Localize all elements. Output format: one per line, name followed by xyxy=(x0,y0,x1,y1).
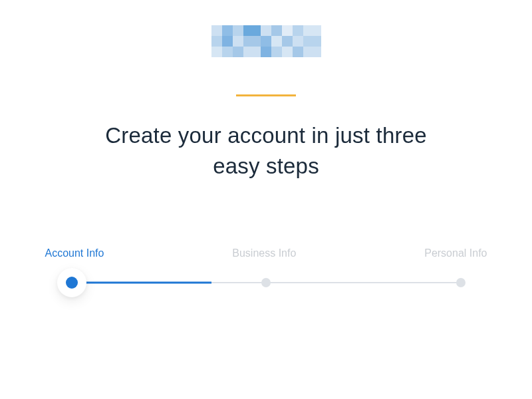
step-dot-personal-info[interactable] xyxy=(456,278,466,287)
step-label-account-info[interactable]: Account Info xyxy=(45,247,104,259)
step-label-personal-info[interactable]: Personal Info xyxy=(424,247,487,259)
step-dot-account-info[interactable] xyxy=(57,268,86,297)
track-fill xyxy=(72,282,212,284)
stepper-track xyxy=(72,282,461,283)
step-dot-business-info[interactable] xyxy=(261,278,271,287)
divider-accent xyxy=(236,94,296,96)
step-label-business-info[interactable]: Business Info xyxy=(232,247,296,259)
logo xyxy=(211,25,321,57)
progress-stepper: Account Info Business Info Personal Info xyxy=(45,247,487,283)
page-title: Create your account in just three easy s… xyxy=(100,120,432,181)
step-dot-active-icon xyxy=(66,277,78,289)
